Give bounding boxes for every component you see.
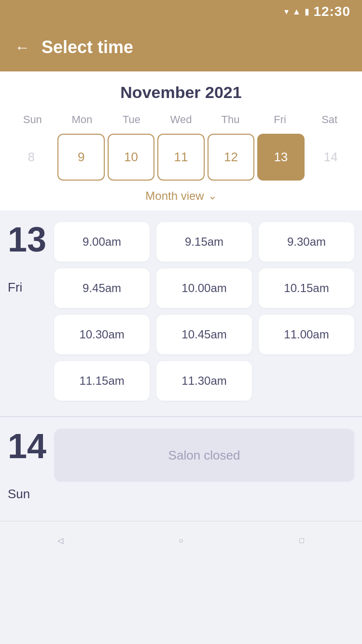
time-slot-6[interactable]: 10.30am <box>54 315 150 354</box>
nav-menu-icon: □ <box>299 536 304 545</box>
time-slot-8[interactable]: 11.00am <box>259 315 354 354</box>
nav-home-icon: ○ <box>179 536 183 545</box>
signal-icon: ▲ <box>292 7 301 17</box>
month-view-label: Month view <box>145 189 204 203</box>
month-view-toggle[interactable]: Month view ⌄ <box>8 181 354 210</box>
day-8[interactable]: 8 <box>8 134 55 181</box>
day-11[interactable]: 11 <box>157 134 204 181</box>
time-slots-section: 13 Fri 9.00am 9.15am 9.30am 9.45am 10.00… <box>0 210 362 416</box>
time-slot-9[interactable]: 11.15am <box>54 361 150 401</box>
day-10[interactable]: 10 <box>108 134 154 181</box>
nav-back-button[interactable]: ◁ <box>48 529 72 553</box>
wifi-icon: ▾ <box>284 6 289 17</box>
time-slot-1[interactable]: 9.15am <box>156 222 252 262</box>
weekday-sun: Sun <box>8 112 57 128</box>
month-year-title: November 2021 <box>8 83 354 102</box>
nav-bar: ◁ ○ □ <box>0 521 362 560</box>
day-13[interactable]: 13 <box>257 134 304 181</box>
closed-day-name: Sun <box>8 487 54 502</box>
back-button[interactable]: ← <box>14 39 30 56</box>
weekday-mon: Mon <box>57 112 107 128</box>
status-bar: ▾ ▲ ▮ 12:30 <box>0 0 362 23</box>
nav-menu-button[interactable]: □ <box>290 529 314 553</box>
closed-day-header: 14 Sun Salon closed <box>8 429 354 502</box>
calendar-section: November 2021 Sun Mon Tue Wed Thu Fri Sa… <box>0 71 362 210</box>
weekday-wed: Wed <box>156 112 206 128</box>
closed-day-number: 14 <box>8 429 46 463</box>
time-slot-0[interactable]: 9.00am <box>54 222 150 262</box>
day-9[interactable]: 9 <box>57 134 104 181</box>
time-slots-grid: 9.00am 9.15am 9.30am 9.45am 10.00am 10.1… <box>54 222 354 401</box>
app-header: ← Select time <box>0 23 362 71</box>
salon-closed-panel: Salon closed <box>54 429 354 482</box>
time-slot-5[interactable]: 10.15am <box>259 268 354 308</box>
weekday-sat: Sat <box>305 112 354 128</box>
weekdays-row: Sun Mon Tue Wed Thu Fri Sat <box>8 112 354 128</box>
selected-day-number: 13 <box>8 222 46 257</box>
time-slot-3[interactable]: 9.45am <box>54 268 150 308</box>
weekday-fri: Fri <box>255 112 305 128</box>
status-icons: ▾ ▲ ▮ 12:30 <box>284 4 350 19</box>
selected-day-name: Fri <box>8 280 54 295</box>
status-time: 12:30 <box>313 4 350 19</box>
calendar-days-row: 8 9 10 11 12 13 14 <box>8 134 354 181</box>
nav-back-icon: ◁ <box>57 536 63 545</box>
chevron-down-icon: ⌄ <box>208 190 217 202</box>
time-slot-10[interactable]: 11.30am <box>156 361 252 401</box>
day-14[interactable]: 14 <box>307 134 354 181</box>
salon-closed-label: Salon closed <box>168 448 240 463</box>
nav-home-button[interactable]: ○ <box>169 529 193 553</box>
weekday-thu: Thu <box>206 112 255 128</box>
time-slot-7[interactable]: 10.45am <box>156 315 252 354</box>
battery-icon: ▮ <box>305 6 309 17</box>
closed-day-section: 14 Sun Salon closed <box>0 417 362 521</box>
time-slot-2[interactable]: 9.30am <box>259 222 354 262</box>
time-slot-4[interactable]: 10.00am <box>156 268 252 308</box>
day-12[interactable]: 12 <box>208 134 254 181</box>
page-title: Select time <box>42 37 133 57</box>
weekday-tue: Tue <box>107 112 156 128</box>
